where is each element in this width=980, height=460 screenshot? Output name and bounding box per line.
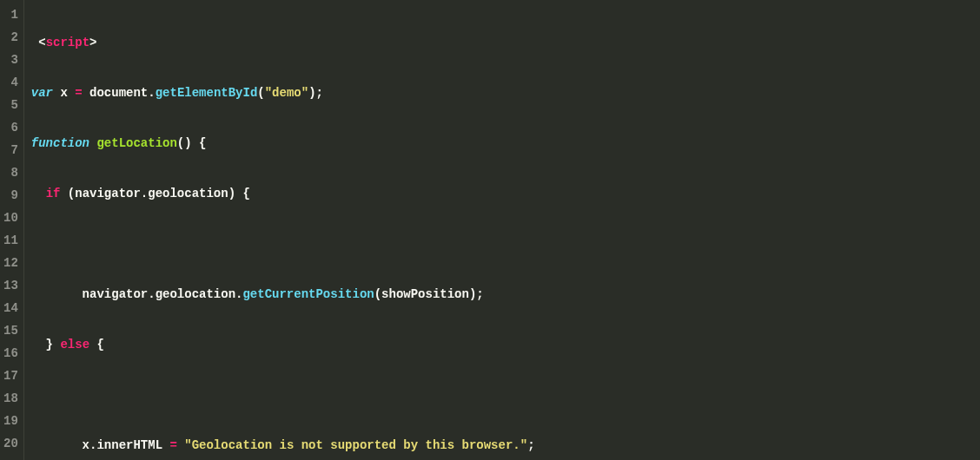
code-line[interactable]: <script> <box>31 31 973 54</box>
line-number: 6 <box>3 116 18 139</box>
line-number: 18 <box>3 387 18 410</box>
line-number-gutter: 1 2 3 4 5 6 7 8 9 10 11 12 13 14 15 16 1… <box>0 0 24 460</box>
line-number: 7 <box>3 139 18 161</box>
line-number: 3 <box>3 49 18 71</box>
code-line[interactable] <box>31 384 973 406</box>
line-number: 4 <box>3 71 18 94</box>
code-editor[interactable]: 1 2 3 4 5 6 7 8 9 10 11 12 13 14 15 16 1… <box>0 0 980 460</box>
code-line[interactable] <box>31 233 973 255</box>
line-number: 10 <box>3 207 18 229</box>
line-number: 8 <box>3 161 18 184</box>
line-number: 19 <box>3 410 18 432</box>
code-line[interactable]: function getLocation() { <box>31 132 973 154</box>
line-number: 12 <box>3 252 18 274</box>
line-number: 2 <box>3 26 18 49</box>
line-number: 13 <box>3 274 18 297</box>
code-line[interactable]: } else { <box>31 333 973 356</box>
code-area[interactable]: <script> var x = document.getElementById… <box>24 0 980 460</box>
code-line[interactable]: var x = document.getElementById("demo"); <box>31 82 973 104</box>
code-line[interactable]: navigator.geolocation.getCurrentPosition… <box>31 283 973 306</box>
line-number: 16 <box>3 342 18 365</box>
line-number: 5 <box>3 94 18 116</box>
line-number: 20 <box>3 432 18 455</box>
line-number: 15 <box>3 319 18 342</box>
line-number: 11 <box>3 229 18 252</box>
code-line[interactable]: if (navigator.geolocation) { <box>31 182 973 205</box>
line-number: 9 <box>3 184 18 207</box>
line-number: 17 <box>3 365 18 387</box>
code-line[interactable]: x.innerHTML = "Geolocation is not suppor… <box>31 434 973 457</box>
line-number: 1 <box>3 3 18 26</box>
line-number: 14 <box>3 297 18 319</box>
